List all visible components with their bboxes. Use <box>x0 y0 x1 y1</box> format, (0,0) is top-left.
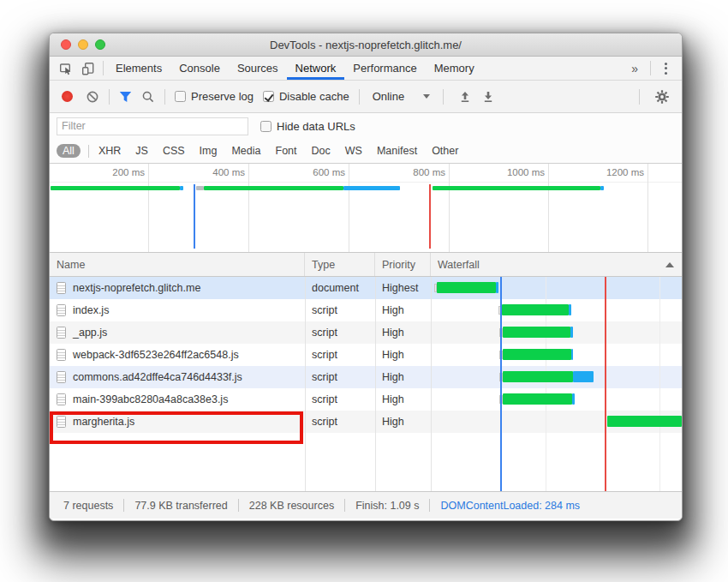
overview-bar-segment <box>600 186 604 190</box>
request-name: webpack-3df6523e264ff2ac6548.js <box>73 349 239 361</box>
separator <box>650 61 651 75</box>
chevron-down-icon <box>423 94 430 99</box>
request-priority-cell: High <box>375 366 431 388</box>
hide-data-urls-checkbox[interactable]: Hide data URLs <box>260 120 355 133</box>
overview-bar-segment <box>51 186 180 190</box>
request-row[interactable]: commons.ad42dffe4ca746d4433f.jsscriptHig… <box>50 366 682 388</box>
request-type-cell: script <box>305 299 375 321</box>
request-name-cell: _app.js <box>50 321 305 344</box>
filter-input[interactable] <box>57 117 248 135</box>
request-waterfall-cell <box>431 299 682 321</box>
type-filter-js[interactable]: JS <box>134 144 150 158</box>
minimize-button[interactable] <box>78 39 88 50</box>
column-separator <box>375 277 376 491</box>
waterfall-download-bar <box>607 416 682 427</box>
request-waterfall-cell <box>431 411 682 433</box>
device-toolbar-icon[interactable] <box>77 57 99 80</box>
devtools-window: DevTools - nextjs-noprefetch.glitch.me/ … <box>49 33 683 521</box>
tab-memory[interactable]: Memory <box>426 57 483 80</box>
overview-gridline <box>449 164 450 252</box>
close-button[interactable] <box>61 39 71 50</box>
highlight-annotation-box <box>50 411 303 444</box>
column-separator <box>305 277 306 491</box>
overview-tick-label: 1200 ms <box>593 167 644 177</box>
checkbox-box[interactable] <box>263 91 274 102</box>
overview-tick-label: 800 ms <box>394 167 445 177</box>
inspect-element-icon[interactable] <box>55 57 77 80</box>
request-name: _app.js <box>73 327 107 339</box>
import-har-icon[interactable] <box>458 90 472 104</box>
resource-icon <box>57 304 66 316</box>
resource-icon <box>57 371 66 383</box>
tab-performance[interactable]: Performance <box>344 57 425 80</box>
request-name-cell: commons.ad42dffe4ca746d4433f.js <box>50 366 305 388</box>
filter-row: Hide data URLs <box>50 113 682 139</box>
column-header-name[interactable]: Name <box>50 253 305 276</box>
tab-console[interactable]: Console <box>170 57 229 80</box>
request-name: commons.ad42dffe4ca746d4433f.js <box>73 371 242 383</box>
type-filter-css[interactable]: CSS <box>161 144 187 158</box>
tab-sources[interactable]: Sources <box>229 57 287 80</box>
overview-tick-label: 1000 ms <box>493 167 545 177</box>
column-header-priority[interactable]: Priority <box>375 253 431 276</box>
type-filter-all[interactable]: All <box>57 144 81 158</box>
type-filter-img[interactable]: Img <box>198 144 219 158</box>
type-filter-font[interactable]: Font <box>274 144 299 158</box>
clear-icon[interactable] <box>86 90 99 104</box>
overview-bar-segment <box>433 186 600 190</box>
filter-icon[interactable] <box>119 91 132 103</box>
request-priority-cell: High <box>375 299 431 321</box>
window-title: DevTools - nextjs-noprefetch.glitch.me/ <box>270 39 462 51</box>
waterfall-download-bar <box>503 349 571 360</box>
column-header-waterfall[interactable]: Waterfall <box>431 253 682 276</box>
overview-gridline <box>148 164 149 252</box>
request-name-cell: main-399abc8280a4a8ca38e3.js <box>50 388 305 411</box>
request-row[interactable]: main-399abc8280a4a8ca38e3.jsscriptHigh <box>50 388 682 411</box>
request-row[interactable]: index.jsscriptHigh <box>50 299 682 321</box>
request-name-cell: webpack-3df6523e264ff2ac6548.js <box>50 344 305 366</box>
request-type-cell: script <box>305 411 375 433</box>
export-har-icon[interactable] <box>481 90 495 104</box>
type-filter-doc[interactable]: Doc <box>310 144 332 158</box>
column-header-label: Name <box>57 259 85 271</box>
more-tabs-icon[interactable]: » <box>623 57 647 80</box>
type-filter-media[interactable]: Media <box>230 144 262 158</box>
tab-elements[interactable]: Elements <box>107 57 170 80</box>
checkbox-box[interactable] <box>260 121 272 132</box>
search-icon[interactable] <box>141 90 155 104</box>
column-header-type[interactable]: Type <box>305 253 375 276</box>
requests-grid: NameTypePriorityWaterfall nextjs-noprefe… <box>50 253 682 491</box>
timeline-overview[interactable]: 200 ms400 ms600 ms800 ms1000 ms1200 ms <box>50 164 682 253</box>
overview-dcl-line <box>194 184 195 249</box>
overview-tick-label: 600 ms <box>294 167 345 177</box>
overview-gridline <box>349 164 349 252</box>
waterfall-download-bar <box>502 304 569 315</box>
requests-body: nextjs-noprefetch.glitch.medocumentHighe… <box>50 277 682 491</box>
tab-network[interactable]: Network <box>287 57 345 80</box>
record-button[interactable] <box>62 91 73 102</box>
type-filter-ws[interactable]: WS <box>343 144 364 158</box>
zoom-button[interactable] <box>95 39 105 50</box>
separator <box>88 145 89 158</box>
preserve-log-checkbox[interactable]: Preserve log <box>175 90 254 103</box>
waterfall-waiting-bar <box>573 371 594 382</box>
network-toolbar: Preserve log Disable cache Online <box>50 81 682 113</box>
throttling-select[interactable]: Online <box>369 90 434 103</box>
disable-cache-checkbox[interactable]: Disable cache <box>263 90 349 103</box>
resource-icon <box>57 393 66 405</box>
traffic-lights <box>61 33 105 56</box>
request-row[interactable]: _app.jsscriptHigh <box>50 321 682 344</box>
kebab-menu-icon[interactable] <box>654 57 677 80</box>
type-filter-xhr[interactable]: XHR <box>97 144 122 158</box>
checkbox-box[interactable] <box>175 91 186 102</box>
request-type-cell: document <box>305 277 375 299</box>
request-row[interactable]: nextjs-noprefetch.glitch.medocumentHighe… <box>50 277 682 299</box>
type-filter-manifest[interactable]: Manifest <box>375 144 419 158</box>
overview-gridline <box>548 164 549 252</box>
gear-icon[interactable] <box>654 89 670 105</box>
overview-gridline <box>248 164 249 252</box>
overview-gridline <box>647 164 648 252</box>
resource-icon <box>57 327 66 339</box>
type-filter-other[interactable]: Other <box>430 144 460 158</box>
request-row[interactable]: webpack-3df6523e264ff2ac6548.jsscriptHig… <box>50 344 682 366</box>
